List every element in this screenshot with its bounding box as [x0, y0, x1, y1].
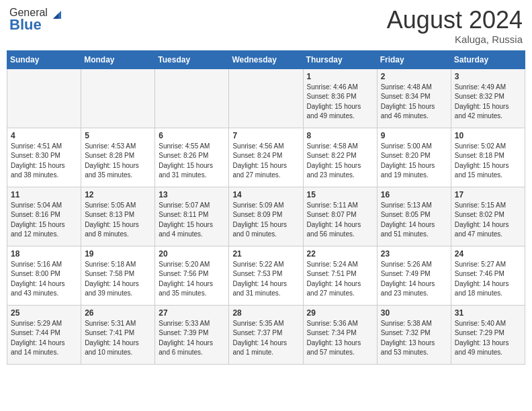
- day-number: 29: [307, 308, 373, 318]
- calendar-cell: [7, 68, 81, 128]
- day-info: Sunrise: 5:33 AM Sunset: 7:39 PM Dayligh…: [159, 319, 225, 358]
- day-number: 6: [159, 131, 225, 140]
- day-number: 1: [307, 72, 373, 81]
- calendar-cell: 22Sunrise: 5:24 AM Sunset: 7:51 PM Dayli…: [303, 246, 377, 305]
- calendar-cell: 3Sunrise: 4:49 AM Sunset: 8:32 PM Daylig…: [451, 68, 525, 128]
- day-info: Sunrise: 5:13 AM Sunset: 8:05 PM Dayligh…: [381, 201, 447, 240]
- calendar-cell: 18Sunrise: 5:16 AM Sunset: 8:00 PM Dayli…: [7, 246, 81, 305]
- day-number: 7: [232, 131, 299, 140]
- weekday-header: Thursday: [303, 50, 377, 68]
- calendar-table: SundayMondayTuesdayWednesdayThursdayFrid…: [7, 50, 525, 365]
- day-number: 8: [307, 131, 373, 140]
- calendar-cell: 5Sunrise: 4:53 AM Sunset: 8:28 PM Daylig…: [81, 128, 155, 187]
- day-info: Sunrise: 4:56 AM Sunset: 8:24 PM Dayligh…: [232, 142, 299, 181]
- calendar-cell: 23Sunrise: 5:26 AM Sunset: 7:49 PM Dayli…: [377, 246, 451, 305]
- calendar-cell: 17Sunrise: 5:15 AM Sunset: 8:02 PM Dayli…: [451, 187, 525, 246]
- day-number: 4: [11, 131, 77, 140]
- calendar-cell: 19Sunrise: 5:18 AM Sunset: 7:58 PM Dayli…: [81, 246, 155, 305]
- svg-marker-1: [53, 13, 58, 19]
- day-number: 23: [381, 249, 447, 259]
- calendar-week-row: 11Sunrise: 5:04 AM Sunset: 8:16 PM Dayli…: [7, 187, 525, 246]
- calendar-cell: 30Sunrise: 5:38 AM Sunset: 7:32 PM Dayli…: [377, 305, 451, 364]
- day-number: 22: [307, 249, 373, 259]
- day-info: Sunrise: 5:16 AM Sunset: 8:00 PM Dayligh…: [11, 260, 77, 299]
- day-number: 27: [159, 308, 225, 318]
- weekday-header: Sunday: [7, 50, 81, 68]
- day-number: 14: [232, 190, 299, 199]
- calendar-cell: 20Sunrise: 5:20 AM Sunset: 7:56 PM Dayli…: [155, 246, 229, 305]
- calendar-cell: 14Sunrise: 5:09 AM Sunset: 8:09 PM Dayli…: [229, 187, 303, 246]
- day-number: 2: [381, 72, 447, 81]
- day-number: 5: [85, 131, 151, 140]
- day-info: Sunrise: 4:49 AM Sunset: 8:32 PM Dayligh…: [455, 83, 521, 122]
- day-number: 28: [232, 308, 299, 318]
- day-info: Sunrise: 4:48 AM Sunset: 8:34 PM Dayligh…: [381, 83, 447, 122]
- day-info: Sunrise: 4:46 AM Sunset: 8:36 PM Dayligh…: [307, 83, 373, 122]
- calendar-cell: 6Sunrise: 4:55 AM Sunset: 8:26 PM Daylig…: [155, 128, 229, 187]
- calendar-cell: 29Sunrise: 5:36 AM Sunset: 7:34 PM Dayli…: [303, 305, 377, 364]
- calendar-cell: [81, 68, 155, 128]
- calendar-cell: [155, 68, 229, 128]
- calendar-cell: 2Sunrise: 4:48 AM Sunset: 8:34 PM Daylig…: [377, 68, 451, 128]
- weekday-header: Wednesday: [229, 50, 303, 68]
- day-info: Sunrise: 5:04 AM Sunset: 8:16 PM Dayligh…: [11, 201, 77, 240]
- calendar-cell: 9Sunrise: 5:00 AM Sunset: 8:20 PM Daylig…: [377, 128, 451, 187]
- day-info: Sunrise: 4:53 AM Sunset: 8:28 PM Dayligh…: [85, 142, 151, 181]
- weekday-header: Tuesday: [155, 50, 229, 68]
- logo-icon: [49, 7, 61, 19]
- day-number: 30: [381, 308, 447, 318]
- calendar-cell: 12Sunrise: 5:05 AM Sunset: 8:13 PM Dayli…: [81, 187, 155, 246]
- day-number: 31: [455, 308, 521, 318]
- day-info: Sunrise: 5:40 AM Sunset: 7:29 PM Dayligh…: [455, 319, 521, 358]
- day-number: 17: [455, 190, 521, 199]
- calendar-cell: 1Sunrise: 4:46 AM Sunset: 8:36 PM Daylig…: [303, 68, 377, 128]
- day-number: 18: [11, 249, 77, 259]
- logo-blue: Blue: [9, 16, 42, 34]
- calendar-cell: 4Sunrise: 4:51 AM Sunset: 8:30 PM Daylig…: [7, 128, 81, 187]
- day-number: 24: [455, 249, 521, 259]
- day-info: Sunrise: 5:31 AM Sunset: 7:41 PM Dayligh…: [85, 319, 151, 358]
- day-info: Sunrise: 5:11 AM Sunset: 8:07 PM Dayligh…: [307, 201, 373, 240]
- day-number: 12: [85, 190, 151, 199]
- day-number: 20: [159, 249, 225, 259]
- day-number: 13: [159, 190, 225, 199]
- day-info: Sunrise: 5:15 AM Sunset: 8:02 PM Dayligh…: [455, 201, 521, 240]
- day-number: 10: [455, 131, 521, 140]
- day-info: Sunrise: 5:22 AM Sunset: 7:53 PM Dayligh…: [232, 260, 299, 299]
- day-info: Sunrise: 5:29 AM Sunset: 7:44 PM Dayligh…: [11, 319, 77, 358]
- calendar-cell: 11Sunrise: 5:04 AM Sunset: 8:16 PM Dayli…: [7, 187, 81, 246]
- day-number: 15: [307, 190, 373, 199]
- day-info: Sunrise: 5:02 AM Sunset: 8:18 PM Dayligh…: [455, 142, 521, 181]
- day-info: Sunrise: 5:09 AM Sunset: 8:09 PM Dayligh…: [232, 201, 299, 240]
- day-number: 25: [11, 308, 77, 318]
- day-info: Sunrise: 5:07 AM Sunset: 8:11 PM Dayligh…: [159, 201, 225, 240]
- calendar-cell: 21Sunrise: 5:22 AM Sunset: 7:53 PM Dayli…: [229, 246, 303, 305]
- day-info: Sunrise: 4:51 AM Sunset: 8:30 PM Dayligh…: [11, 142, 77, 181]
- calendar-cell: 27Sunrise: 5:33 AM Sunset: 7:39 PM Dayli…: [155, 305, 229, 364]
- title-area: August 2024 Kaluga, Russia: [387, 7, 523, 45]
- day-info: Sunrise: 4:58 AM Sunset: 8:22 PM Dayligh…: [307, 142, 373, 181]
- calendar-week-row: 25Sunrise: 5:29 AM Sunset: 7:44 PM Dayli…: [7, 305, 525, 364]
- day-info: Sunrise: 5:00 AM Sunset: 8:20 PM Dayligh…: [381, 142, 447, 181]
- calendar-cell: 28Sunrise: 5:35 AM Sunset: 7:37 PM Dayli…: [229, 305, 303, 364]
- day-info: Sunrise: 5:20 AM Sunset: 7:56 PM Dayligh…: [159, 260, 225, 299]
- day-info: Sunrise: 5:05 AM Sunset: 8:13 PM Dayligh…: [85, 201, 151, 240]
- day-info: Sunrise: 5:27 AM Sunset: 7:46 PM Dayligh…: [455, 260, 521, 299]
- calendar-cell: 7Sunrise: 4:56 AM Sunset: 8:24 PM Daylig…: [229, 128, 303, 187]
- day-number: 19: [85, 249, 151, 259]
- calendar-week-row: 4Sunrise: 4:51 AM Sunset: 8:30 PM Daylig…: [7, 128, 525, 187]
- location: Kaluga, Russia: [387, 34, 523, 45]
- calendar-cell: 13Sunrise: 5:07 AM Sunset: 8:11 PM Dayli…: [155, 187, 229, 246]
- day-info: Sunrise: 4:55 AM Sunset: 8:26 PM Dayligh…: [159, 142, 225, 181]
- day-info: Sunrise: 5:38 AM Sunset: 7:32 PM Dayligh…: [381, 319, 447, 358]
- calendar-cell: 24Sunrise: 5:27 AM Sunset: 7:46 PM Dayli…: [451, 246, 525, 305]
- day-info: Sunrise: 5:18 AM Sunset: 7:58 PM Dayligh…: [85, 260, 151, 299]
- calendar-cell: 15Sunrise: 5:11 AM Sunset: 8:07 PM Dayli…: [303, 187, 377, 246]
- day-number: 11: [11, 190, 77, 199]
- weekday-header: Saturday: [451, 50, 525, 68]
- day-number: 3: [455, 72, 521, 81]
- weekday-header: Monday: [81, 50, 155, 68]
- calendar-week-row: 1Sunrise: 4:46 AM Sunset: 8:36 PM Daylig…: [7, 68, 525, 128]
- day-number: 16: [381, 190, 447, 199]
- calendar-cell: 10Sunrise: 5:02 AM Sunset: 8:18 PM Dayli…: [451, 128, 525, 187]
